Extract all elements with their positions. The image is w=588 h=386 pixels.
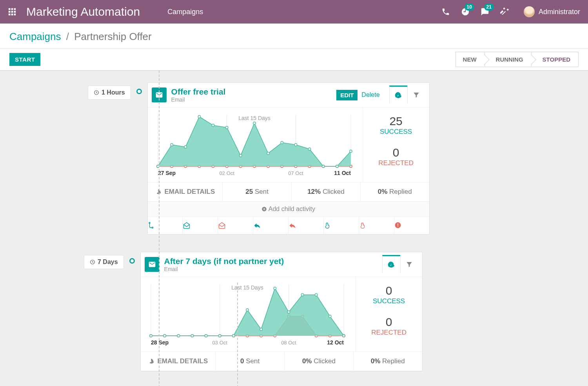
svg-point-31 [171,144,173,146]
timeline-line [159,71,160,386]
svg-text:02 Oct: 02 Oct [219,170,234,176]
activity-subtitle: Email [171,96,226,103]
activity-row: 7 Days After 7 days (if not partner yet)… [9,252,579,371]
chart-area: Last 15 Days28 Sep03 Oct08 Oct12 Oct [141,277,356,351]
svg-rect-2 [14,8,16,10]
status-running[interactable]: RUNNING [485,52,531,67]
status-stopped[interactable]: STOPPED [531,52,579,67]
email-details-header[interactable]: EMAIL DETAILS [141,352,216,371]
svg-text:12 Oct: 12 Oct [327,339,344,346]
mail-icon [145,257,160,272]
bounce-icon[interactable] [394,217,429,234]
edit-button[interactable]: EDIT [336,90,358,100]
svg-point-87 [301,293,303,296]
phone-icon[interactable] [441,7,450,16]
svg-point-80 [205,335,207,337]
svg-rect-0 [9,8,11,10]
svg-text:11 Oct: 11 Oct [334,170,351,176]
svg-point-32 [184,146,187,148]
add-child-activity[interactable]: Add child activity [148,202,429,217]
avatar-icon [524,6,535,17]
stat-clicked: 0% Clicked [285,352,354,371]
svg-rect-3 [9,11,11,13]
delete-link[interactable]: Delete [361,91,379,98]
svg-text:Last 15 Days: Last 15 Days [231,284,263,291]
chart-tab-icon[interactable] [389,86,407,104]
timeline-node [129,258,135,264]
breadcrumb-current: Partnership Offer [74,31,152,42]
svg-text:28 Sep: 28 Sep [151,339,169,346]
apps-icon[interactable] [8,7,16,16]
stat-clicked: 12% Clicked [292,182,361,201]
success-count: 25 [363,115,429,128]
svg-point-76 [149,335,152,337]
svg-point-77 [163,335,166,337]
svg-point-41 [308,148,310,150]
delay-chip: 1 Hours [88,86,131,100]
nav-campaigns[interactable]: Campaigns [167,8,203,16]
svg-point-42 [322,165,324,168]
user-name: Administrator [539,8,580,16]
svg-text:08 Oct: 08 Oct [281,340,296,346]
activity-title[interactable]: Offer free trial [171,87,226,96]
reply-red-icon[interactable] [289,217,324,234]
svg-point-51 [152,227,153,228]
svg-point-82 [232,335,234,337]
child-action-bar [148,217,429,234]
svg-rect-7 [11,14,13,16]
mail-open-icon[interactable] [183,217,218,234]
svg-rect-6 [9,14,11,16]
user-menu[interactable]: Administrator [524,6,580,17]
activity-title[interactable]: After 7 days (if not partner yet) [164,257,284,266]
tools-icon[interactable] [500,7,509,16]
child-activity-icon[interactable] [148,217,183,234]
svg-point-83 [246,309,248,311]
filter-tab-icon[interactable] [407,86,425,104]
messages-icon[interactable]: 21 [481,7,489,16]
reply-icon[interactable] [253,217,289,234]
svg-point-40 [294,144,297,146]
svg-point-36 [239,154,241,157]
svg-text:07 Oct: 07 Oct [288,170,303,176]
svg-text:Last 15 Days: Last 15 Days [238,115,270,121]
notif-badge-clock: 10 [465,4,474,11]
delay-chip: 7 Days [84,255,124,269]
rejected-count: 0 [363,146,429,159]
filter-tab-icon[interactable] [400,255,418,273]
svg-text:03 Oct: 03 Oct [212,340,227,346]
status-bar: NEW RUNNING STOPPED [456,52,579,67]
svg-point-35 [225,126,228,129]
app-title: Marketing Automation [26,5,140,18]
svg-point-89 [328,315,331,317]
chart-tab-icon[interactable] [382,255,400,273]
click-red-icon[interactable] [359,217,394,234]
svg-point-86 [287,311,290,313]
svg-point-78 [177,335,180,337]
activity-card: After 7 days (if not partner yet) Email … [140,252,423,371]
svg-point-90 [342,335,345,337]
activity-card: Offer free trial Email EDIT Delete Last … [147,82,430,235]
stat-sent: 0 Sent [216,352,285,371]
svg-point-33 [198,115,200,118]
mail-open-red-icon[interactable] [218,217,253,234]
breadcrumb-root[interactable]: Campaigns [9,31,61,42]
svg-point-88 [315,293,317,296]
start-button[interactable]: START [9,53,40,66]
svg-point-81 [218,335,221,337]
activity-row: 1 Hours Offer free trial Email EDIT Dele… [9,82,579,235]
svg-rect-1 [11,8,13,10]
svg-point-39 [281,141,283,144]
click-icon[interactable] [324,217,359,234]
svg-point-79 [191,335,193,337]
timeline-branch [237,282,238,386]
stat-replied: 0% Replied [361,182,429,201]
status-new[interactable]: NEW [456,52,485,67]
svg-rect-8 [14,14,16,16]
svg-text:27 Sep: 27 Sep [158,170,176,176]
success-label: SUCCESS [356,297,422,305]
activities-icon[interactable]: 10 [461,7,470,16]
success-count: 0 [356,284,422,297]
svg-point-43 [336,165,338,168]
svg-point-34 [212,124,214,126]
stat-replied: 0% Replied [354,352,422,371]
